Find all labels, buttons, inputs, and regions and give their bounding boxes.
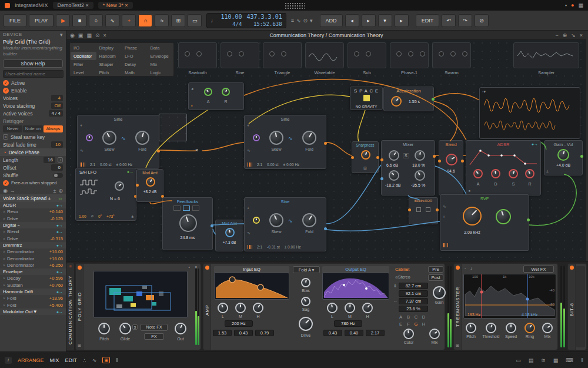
steal-same-key-checkbox[interactable]: × — [3, 134, 8, 140]
palette-data[interactable]: Data — [148, 44, 173, 52]
low-freq-readout[interactable]: 193 Hz — [467, 313, 480, 317]
mode-tab-icon[interactable] — [173, 205, 181, 211]
cabinet-dim-2[interactable]: 92.1 cm — [399, 290, 428, 297]
track-name[interactable]: COMMUNICATION THEORY — [68, 270, 73, 349]
input-port[interactable] — [438, 160, 441, 163]
play-button[interactable]: ▶ — [56, 14, 70, 27]
remote-controls-icon[interactable]: ▪ — [189, 265, 190, 269]
transport-display[interactable]: ♩ 110.00 4/4 437.3.3.01 15:52.638 — [206, 13, 286, 28]
sharpness-knob[interactable] — [361, 150, 370, 160]
device-treemonster[interactable]: TREEMONSTER ⊞ ◦ ♪ Wet FX 100 1k 10k -40 — [453, 263, 558, 350]
palette-envelope[interactable]: Envelope — [148, 52, 173, 60]
mod-route-icon[interactable]: ●→ — [56, 243, 63, 247]
grid-module-sine-1[interactable]: Sine + ∿ ∿ Skew Fold 2:10.00 st± 0.00 Hz — [77, 115, 159, 169]
device-power-button[interactable] — [456, 266, 460, 270]
grid-module-sh-lfo[interactable]: S/H LFO ●→ N = 6 1.00 ⌀ 0° +73° ± — [75, 168, 136, 221]
minimize-icon[interactable]: − — [555, 32, 558, 38]
mod-amt-value[interactable]: +8.2 dB — [137, 190, 163, 194]
listen-icon[interactable]: ◦ — [465, 266, 466, 270]
grid-module-space[interactable]: S P A C E NO GRAVITY — [350, 87, 383, 110]
preview-headphones-button[interactable]: ∩ — [138, 14, 152, 27]
mod-amt-value[interactable]: +7.3 dB — [216, 240, 243, 244]
grid-module-sine-3[interactable]: Sine + ∿ ∿ Skew Fold 2:1-0.31 st± 0.00 H… — [244, 197, 326, 251]
dropdown-icon[interactable]: ▾ — [310, 18, 313, 24]
mod-route-icon[interactable]: ●→ — [127, 170, 133, 174]
notification-icon[interactable]: ▪ — [565, 2, 567, 8]
note-icon[interactable]: ♪ — [470, 266, 473, 270]
xor-b-icon[interactable] — [426, 207, 430, 212]
out-knob[interactable] — [175, 323, 186, 334]
palette-logic[interactable]: Logic — [148, 68, 173, 77]
acceleration-knob[interactable] — [391, 96, 402, 107]
sag-knob[interactable] — [301, 297, 310, 306]
close-icon[interactable]: × — [580, 32, 583, 38]
edit-menu-button[interactable]: EDIT — [416, 14, 440, 27]
browser-item-swarm[interactable] — [432, 42, 471, 68]
fm-port-icon[interactable]: ∿ — [80, 148, 83, 153]
time-signature[interactable]: 4/4 — [232, 21, 242, 28]
spectrum-display[interactable]: 100 1k 10k -40 -80 193 Hz 4.18 kHz — [463, 274, 556, 319]
browser-item-sawtooth[interactable] — [178, 42, 217, 68]
browser-item-sub[interactable] — [348, 42, 386, 68]
modulator-target[interactable]: ×Blend●→ — [0, 228, 66, 235]
output-eq-low-knob[interactable] — [327, 303, 338, 313]
adsr-display[interactable] — [469, 148, 539, 166]
browser-item-sampler[interactable] — [513, 42, 579, 68]
track-strip[interactable]: ≡ COMMUNICATION THEORY — [66, 263, 74, 350]
output-port[interactable] — [433, 155, 436, 158]
length-value[interactable]: 16 — [44, 157, 55, 163]
grid-module-envelope-ar[interactable]: ◂ A R ▪ — [188, 82, 244, 110]
palette-mix[interactable]: Mix — [148, 60, 173, 68]
feedback-time-value[interactable]: 24.8 ms — [163, 236, 212, 240]
palette-pitch[interactable]: Pitch — [96, 68, 122, 77]
output-port[interactable] — [211, 224, 213, 227]
stereo-label[interactable]: ⊙ Stereo — [395, 275, 422, 279]
steal-fade-value[interactable]: 10 — [51, 141, 63, 148]
sync-port-icon[interactable]: + — [247, 206, 249, 210]
bipolar-icon[interactable]: ± — [54, 188, 56, 194]
mode-tab-selected-icon[interactable] — [183, 205, 190, 211]
input-eq-high-value[interactable]: 0.79 — [255, 330, 274, 336]
voice-stack-spread-row[interactable]: Voice Stack Spread ±⇔ — [0, 194, 66, 202]
follow-playhead-button[interactable]: ▸ — [395, 14, 409, 27]
mixer-gain-2-value[interactable]: -18.2 dB — [385, 183, 400, 187]
input-eq-high-knob[interactable] — [253, 303, 263, 313]
acceleration-value[interactable]: 1.55 s — [409, 100, 420, 104]
tm-ring-knob[interactable] — [524, 323, 535, 333]
output-port[interactable] — [157, 150, 160, 152]
cutoff-knob[interactable] — [463, 207, 482, 226]
drive-knob[interactable] — [299, 317, 313, 331]
mixer-gain-1-knob[interactable] — [389, 150, 399, 161]
input-port[interactable] — [351, 156, 354, 159]
modulator-target[interactable]: ×Drive-0.315 — [0, 235, 66, 241]
remove-icon[interactable]: × — [3, 210, 5, 214]
active-check-icon[interactable]: ✓ — [3, 80, 9, 86]
skew-knob[interactable] — [102, 131, 116, 145]
mixer-gain-2-knob[interactable] — [389, 170, 399, 181]
glide-sync-button[interactable]: S — [132, 324, 138, 330]
tab-demotest2[interactable]: DemoTest2 × — [53, 2, 93, 9]
dual-display-icon[interactable]: ‖ — [116, 357, 118, 363]
shuffle-toggle[interactable] — [54, 173, 63, 178]
grid-module-mod-amt-2[interactable]: Mod Amt +7.3 dB — [215, 220, 243, 251]
device-power-button[interactable] — [78, 266, 82, 270]
mod-amt-knob[interactable] — [146, 177, 155, 187]
device-amp[interactable]: AMP Input EQ L M H 200 Hz 1.53 0.43 0.79… — [203, 263, 445, 350]
metronome-icon[interactable]: ♩ — [211, 18, 216, 24]
freerun-check-icon[interactable]: ✓ — [3, 180, 9, 186]
note-fx-button[interactable]: Note FX — [141, 324, 168, 331]
remove-icon[interactable]: × — [3, 237, 5, 241]
modulator-header[interactable]: Envelope●→ — [0, 268, 66, 275]
output-eq-high-knob[interactable] — [362, 303, 373, 313]
info-icon[interactable]: i — [5, 357, 12, 364]
cabinet-gain-knob[interactable] — [433, 286, 446, 299]
trigger-port-icon[interactable]: ◂ — [191, 87, 193, 91]
modulator-target[interactable]: ×Denominator+16.00 — [0, 255, 66, 261]
decay-knob[interactable] — [491, 169, 500, 178]
cabinet-mix-knob[interactable] — [429, 329, 440, 339]
cabinet-dim-1[interactable]: 82.7 cm — [399, 283, 428, 289]
palette-math[interactable]: Math — [122, 68, 148, 77]
grid-module-feedbacks[interactable]: Feedbacks 24.8 ms — [162, 197, 213, 250]
palette-level[interactable]: Level — [71, 68, 96, 77]
dual-panel-toggle[interactable]: ▭ — [188, 14, 202, 27]
